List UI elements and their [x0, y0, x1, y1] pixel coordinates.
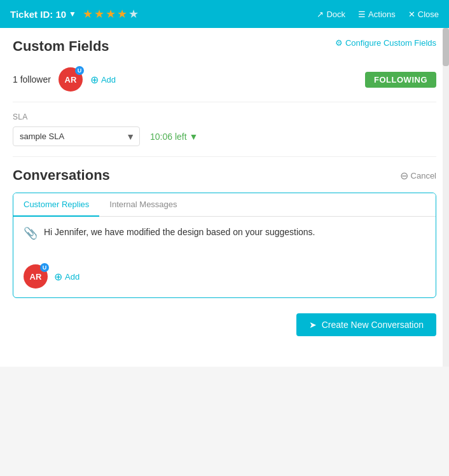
- sla-section: SLA sample SLA Standard SLA Premium SLA …: [13, 102, 436, 157]
- tab-internal-messages-label: Internal Messages: [109, 200, 177, 209]
- scrollbar[interactable]: [443, 28, 449, 367]
- message-text: Hi Jennifer, we have modified the design…: [44, 226, 315, 239]
- conversations-title: Conversations: [13, 167, 110, 184]
- dock-icon: ↗: [317, 10, 324, 19]
- bottom-actions: ➤ Create New Conversation: [13, 298, 436, 346]
- sla-time-text: 10:06 left: [150, 132, 187, 142]
- star-4: ★: [117, 7, 127, 21]
- plus-circle-icon: ⊕: [90, 74, 99, 86]
- avatar-initials: AR: [65, 75, 77, 85]
- star-rating[interactable]: ★ ★ ★ ★ ★: [83, 7, 139, 21]
- paperclip-icon: 📎: [24, 226, 38, 240]
- add-conversation-participant-button[interactable]: ⊕ Add: [54, 271, 79, 283]
- dock-button[interactable]: ↗ Dock: [317, 10, 345, 19]
- followers-left: 1 follower AR U ⊕ Add: [13, 67, 116, 92]
- create-conv-label: Create New Conversation: [322, 320, 424, 330]
- dock-label: Dock: [326, 10, 345, 19]
- sla-select-wrap: sample SLA Standard SLA Premium SLA ▼: [13, 126, 140, 146]
- sla-time-chevron-icon: ▼: [190, 132, 198, 142]
- configure-link-text: Configure Custom Fields: [345, 38, 436, 48]
- sla-select[interactable]: sample SLA Standard SLA Premium SLA: [13, 126, 140, 146]
- conv-avatar-badge: U: [40, 263, 49, 272]
- add-participant-plus-icon: ⊕: [54, 271, 62, 283]
- actions-label: Actions: [368, 10, 396, 19]
- minus-circle-icon: ⊖: [400, 170, 408, 182]
- ticket-id-text: Ticket ID: 10: [10, 9, 66, 20]
- header-right: ↗ Dock ☰ Actions ✕ Close: [317, 10, 439, 19]
- conversation-footer: AR U ⊕ Add: [13, 259, 436, 297]
- close-button[interactable]: ✕ Close: [408, 10, 439, 19]
- actions-button[interactable]: ☰ Actions: [358, 10, 396, 19]
- scrollbar-thumb[interactable]: [443, 28, 449, 66]
- cancel-button[interactable]: ⊖ Cancel: [400, 170, 436, 182]
- conversation-box: Customer Replies Internal Messages 📎 Hi …: [13, 193, 436, 298]
- gear-icon: ⚙: [335, 38, 343, 48]
- conversation-body: 📎 Hi Jennifer, we have modified the desi…: [13, 217, 436, 259]
- following-button[interactable]: FOLLOWING: [365, 72, 436, 88]
- create-new-conversation-button[interactable]: ➤ Create New Conversation: [296, 313, 436, 336]
- header: Ticket ID: 10 ▼ ★ ★ ★ ★ ★ ↗ Dock ☰ Actio…: [0, 0, 449, 28]
- sla-time-remaining[interactable]: 10:06 left ▼: [150, 132, 198, 142]
- add-participant-label: Add: [65, 272, 79, 282]
- sla-row: sample SLA Standard SLA Premium SLA ▼ 10…: [13, 126, 436, 146]
- close-label: Close: [418, 10, 439, 19]
- add-follower-label: Add: [101, 75, 116, 85]
- star-5-empty: ★: [128, 7, 139, 21]
- close-icon: ✕: [408, 10, 415, 19]
- tab-customer-replies-label: Customer Replies: [24, 200, 89, 209]
- tab-customer-replies[interactable]: Customer Replies: [13, 193, 99, 217]
- conversations-header: Conversations ⊖ Cancel: [13, 167, 436, 184]
- followers-section: 1 follower AR U ⊕ Add FOLLOWING: [13, 57, 436, 102]
- avatar-wrap: AR U: [59, 67, 83, 92]
- star-1: ★: [83, 7, 93, 21]
- conversations-section: Conversations ⊖ Cancel Customer Replies …: [13, 157, 436, 357]
- ticket-id-chevron-icon: ▼: [69, 10, 76, 18]
- cancel-label: Cancel: [411, 171, 436, 180]
- configure-custom-fields-link[interactable]: ⚙ Configure Custom Fields: [335, 38, 436, 48]
- tab-internal-messages[interactable]: Internal Messages: [99, 193, 187, 217]
- avatar-badge: U: [75, 66, 84, 75]
- conv-avatar-wrap: AR U: [24, 264, 48, 289]
- ticket-id[interactable]: Ticket ID: 10 ▼: [10, 9, 76, 20]
- sla-label: SLA: [13, 112, 436, 121]
- follower-count: 1 follower: [13, 74, 51, 85]
- header-left: Ticket ID: 10 ▼ ★ ★ ★ ★ ★: [10, 7, 139, 21]
- send-icon: ➤: [309, 320, 317, 330]
- actions-icon: ☰: [358, 10, 366, 19]
- add-follower-button[interactable]: ⊕ Add: [90, 74, 116, 86]
- conv-avatar-initials: AR: [30, 272, 42, 282]
- conversation-tabs: Customer Replies Internal Messages: [13, 193, 436, 217]
- star-3: ★: [106, 7, 116, 21]
- star-2: ★: [94, 7, 104, 21]
- message-row: 📎 Hi Jennifer, we have modified the desi…: [24, 226, 425, 240]
- main-content: Custom Fields ⚙ Configure Custom Fields …: [0, 28, 449, 367]
